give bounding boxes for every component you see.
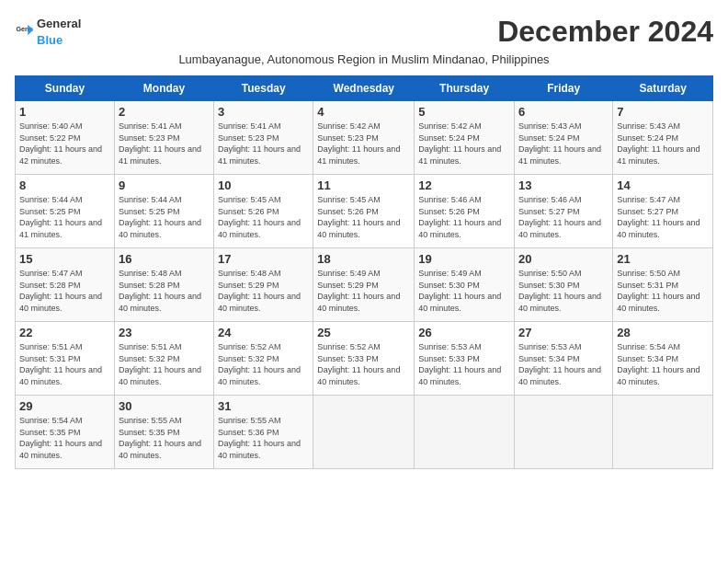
empty-cell (415, 396, 515, 469)
calendar-day-30: 30 Sunrise: 5:55 AM Sunset: 5:35 PM Dayl… (114, 396, 213, 469)
day-detail: Sunrise: 5:49 AM Sunset: 5:30 PM Dayligh… (418, 268, 510, 314)
day-detail: Sunrise: 5:51 AM Sunset: 5:32 PM Dayligh… (119, 341, 210, 387)
day-detail: Sunrise: 5:44 AM Sunset: 5:25 PM Dayligh… (19, 194, 110, 240)
calendar-day-2: 2 Sunrise: 5:41 AM Sunset: 5:23 PM Dayli… (114, 101, 213, 175)
empty-cell (313, 396, 415, 469)
day-number: 27 (518, 326, 609, 339)
logo-icon: General (15, 22, 33, 40)
calendar-day-9: 9 Sunrise: 5:44 AM Sunset: 5:25 PM Dayli… (114, 175, 213, 248)
day-number: 18 (317, 252, 410, 266)
day-detail: Sunrise: 5:55 AM Sunset: 5:35 PM Dayligh… (119, 415, 210, 461)
header-sunday: Sunday (16, 76, 115, 101)
calendar-week-3: 15 Sunrise: 5:47 AM Sunset: 5:28 PM Dayl… (16, 248, 713, 322)
day-detail: Sunrise: 5:46 AM Sunset: 5:26 PM Dayligh… (418, 194, 510, 240)
calendar-week-5: 29 Sunrise: 5:54 AM Sunset: 5:35 PM Dayl… (16, 396, 713, 469)
day-detail: Sunrise: 5:48 AM Sunset: 5:28 PM Dayligh… (119, 268, 210, 314)
day-number: 31 (218, 399, 309, 413)
day-detail: Sunrise: 5:49 AM Sunset: 5:29 PM Dayligh… (317, 268, 410, 314)
logo-general: General (37, 17, 81, 30)
day-number: 23 (119, 326, 210, 339)
calendar-day-28: 28 Sunrise: 5:54 AM Sunset: 5:34 PM Dayl… (613, 322, 713, 396)
day-detail: Sunrise: 5:46 AM Sunset: 5:27 PM Dayligh… (518, 194, 609, 240)
day-number: 28 (617, 326, 709, 339)
day-detail: Sunrise: 5:41 AM Sunset: 5:23 PM Dayligh… (119, 121, 210, 167)
day-detail: Sunrise: 5:43 AM Sunset: 5:24 PM Dayligh… (518, 121, 609, 167)
day-detail: Sunrise: 5:52 AM Sunset: 5:33 PM Dayligh… (317, 341, 410, 387)
day-number: 15 (19, 252, 110, 266)
day-number: 22 (19, 326, 110, 339)
calendar-day-12: 12 Sunrise: 5:46 AM Sunset: 5:26 PM Dayl… (415, 175, 515, 248)
page-subtitle: Lumbayanague, Autonomous Region in Musli… (15, 52, 713, 66)
header-friday: Friday (515, 76, 613, 101)
calendar-day-25: 25 Sunrise: 5:52 AM Sunset: 5:33 PM Dayl… (313, 322, 415, 396)
day-number: 12 (418, 178, 510, 192)
day-detail: Sunrise: 5:45 AM Sunset: 5:26 PM Dayligh… (317, 194, 410, 240)
day-detail: Sunrise: 5:50 AM Sunset: 5:31 PM Dayligh… (617, 268, 709, 314)
calendar-day-7: 7 Sunrise: 5:43 AM Sunset: 5:24 PM Dayli… (613, 101, 713, 175)
header-thursday: Thursday (415, 76, 515, 101)
calendar-day-29: 29 Sunrise: 5:54 AM Sunset: 5:35 PM Dayl… (16, 396, 115, 469)
day-number: 13 (518, 178, 609, 192)
calendar-day-18: 18 Sunrise: 5:49 AM Sunset: 5:29 PM Dayl… (313, 248, 415, 322)
day-number: 24 (218, 326, 309, 339)
day-number: 21 (617, 252, 709, 266)
calendar-day-31: 31 Sunrise: 5:55 AM Sunset: 5:36 PM Dayl… (214, 396, 313, 469)
calendar-day-20: 20 Sunrise: 5:50 AM Sunset: 5:30 PM Dayl… (515, 248, 613, 322)
day-number: 2 (119, 105, 210, 119)
calendar-day-1: 1 Sunrise: 5:40 AM Sunset: 5:22 PM Dayli… (16, 101, 115, 175)
day-number: 3 (218, 105, 309, 119)
header-monday: Monday (114, 76, 213, 101)
calendar-day-15: 15 Sunrise: 5:47 AM Sunset: 5:28 PM Dayl… (16, 248, 115, 322)
day-number: 6 (518, 105, 609, 119)
day-number: 30 (119, 399, 210, 413)
calendar-day-17: 17 Sunrise: 5:48 AM Sunset: 5:29 PM Dayl… (214, 248, 313, 322)
calendar-day-14: 14 Sunrise: 5:47 AM Sunset: 5:27 PM Dayl… (613, 175, 713, 248)
day-number: 4 (317, 105, 410, 119)
empty-cell (613, 396, 713, 469)
page-header: General General Blue December 2024 (15, 15, 713, 49)
day-detail: Sunrise: 5:53 AM Sunset: 5:34 PM Dayligh… (518, 341, 609, 387)
calendar-day-8: 8 Sunrise: 5:44 AM Sunset: 5:25 PM Dayli… (16, 175, 115, 248)
calendar-day-27: 27 Sunrise: 5:53 AM Sunset: 5:34 PM Dayl… (515, 322, 613, 396)
day-number: 25 (317, 326, 410, 339)
calendar-week-1: 1 Sunrise: 5:40 AM Sunset: 5:22 PM Dayli… (16, 101, 713, 175)
day-detail: Sunrise: 5:41 AM Sunset: 5:23 PM Dayligh… (218, 121, 309, 167)
day-number: 11 (317, 178, 410, 192)
day-detail: Sunrise: 5:47 AM Sunset: 5:28 PM Dayligh… (19, 268, 110, 314)
calendar-day-10: 10 Sunrise: 5:45 AM Sunset: 5:26 PM Dayl… (214, 175, 313, 248)
calendar-day-19: 19 Sunrise: 5:49 AM Sunset: 5:30 PM Dayl… (415, 248, 515, 322)
header-wednesday: Wednesday (313, 76, 415, 101)
day-number: 5 (418, 105, 510, 119)
calendar-day-21: 21 Sunrise: 5:50 AM Sunset: 5:31 PM Dayl… (613, 248, 713, 322)
calendar-day-11: 11 Sunrise: 5:45 AM Sunset: 5:26 PM Dayl… (313, 175, 415, 248)
day-detail: Sunrise: 5:48 AM Sunset: 5:29 PM Dayligh… (218, 268, 309, 314)
calendar-day-22: 22 Sunrise: 5:51 AM Sunset: 5:31 PM Dayl… (16, 322, 115, 396)
calendar-week-4: 22 Sunrise: 5:51 AM Sunset: 5:31 PM Dayl… (16, 322, 713, 396)
day-number: 20 (518, 252, 609, 266)
calendar-day-4: 4 Sunrise: 5:42 AM Sunset: 5:23 PM Dayli… (313, 101, 415, 175)
calendar-day-23: 23 Sunrise: 5:51 AM Sunset: 5:32 PM Dayl… (114, 322, 213, 396)
day-detail: Sunrise: 5:47 AM Sunset: 5:27 PM Dayligh… (617, 194, 709, 240)
day-number: 17 (218, 252, 309, 266)
day-number: 14 (617, 178, 709, 192)
day-number: 9 (119, 178, 210, 192)
calendar-day-5: 5 Sunrise: 5:42 AM Sunset: 5:24 PM Dayli… (415, 101, 515, 175)
day-detail: Sunrise: 5:43 AM Sunset: 5:24 PM Dayligh… (617, 121, 709, 167)
day-detail: Sunrise: 5:54 AM Sunset: 5:35 PM Dayligh… (19, 415, 110, 461)
day-detail: Sunrise: 5:50 AM Sunset: 5:30 PM Dayligh… (518, 268, 609, 314)
day-number: 26 (418, 326, 510, 339)
calendar-day-26: 26 Sunrise: 5:53 AM Sunset: 5:33 PM Dayl… (415, 322, 515, 396)
day-number: 19 (418, 252, 510, 266)
calendar-week-2: 8 Sunrise: 5:44 AM Sunset: 5:25 PM Dayli… (16, 175, 713, 248)
header-saturday: Saturday (613, 76, 713, 101)
calendar-day-3: 3 Sunrise: 5:41 AM Sunset: 5:23 PM Dayli… (214, 101, 313, 175)
calendar-day-24: 24 Sunrise: 5:52 AM Sunset: 5:32 PM Dayl… (214, 322, 313, 396)
empty-cell (515, 396, 613, 469)
day-number: 10 (218, 178, 309, 192)
day-detail: Sunrise: 5:45 AM Sunset: 5:26 PM Dayligh… (218, 194, 309, 240)
day-detail: Sunrise: 5:44 AM Sunset: 5:25 PM Dayligh… (119, 194, 210, 240)
header-tuesday: Tuesday (214, 76, 313, 101)
calendar-table: SundayMondayTuesdayWednesdayThursdayFrid… (15, 75, 713, 469)
day-detail: Sunrise: 5:52 AM Sunset: 5:32 PM Dayligh… (218, 341, 309, 387)
day-detail: Sunrise: 5:51 AM Sunset: 5:31 PM Dayligh… (19, 341, 110, 387)
